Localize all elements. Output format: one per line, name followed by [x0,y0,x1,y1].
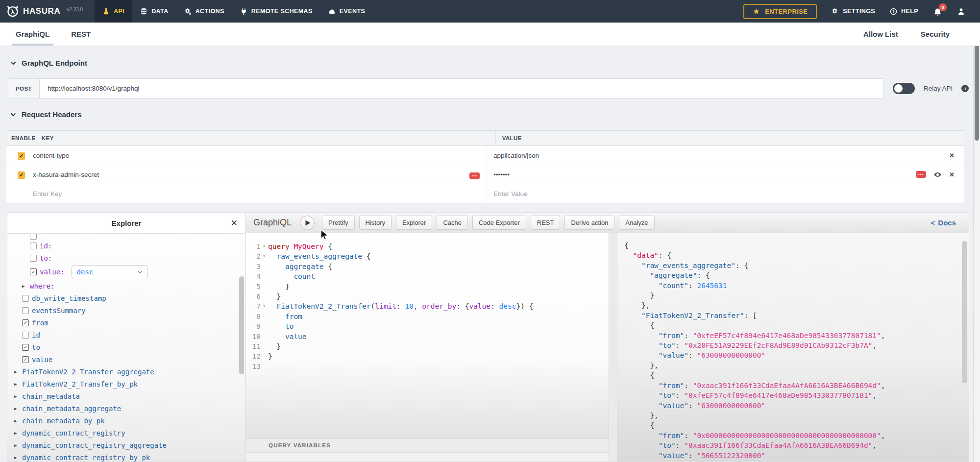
header-value-input[interactable]: application/json [493,152,539,159]
remove-header-icon[interactable]: ✕ [949,152,955,159]
endpoint-url-input[interactable]: http://localhost:8080/v1/graphql [40,79,883,98]
rest-button[interactable]: REST [531,216,561,230]
derive-action-button[interactable]: Derive action [564,216,614,230]
secret-pill-icon[interactable]: ••• [916,171,926,178]
query-variables-header[interactable]: QUERY VARIABLES [246,438,609,452]
secret-pill-icon[interactable]: ••• [469,172,480,179]
field-checkbox[interactable]: ✓ [22,319,29,326]
explorer-field-to[interactable]: ✓to [7,341,245,353]
explorer-button[interactable]: Explorer [396,216,432,230]
panel-resize-handle[interactable] [609,233,617,462]
header-value-input[interactable]: ••••••• [493,171,510,178]
help-button[interactable]: ? HELP [890,8,918,15]
explorer-field-FiatTokenV2_2_Transfer_by_pk[interactable]: ▶FiatTokenV2_2_Transfer_by_pk [7,378,245,390]
expand-arrow-icon[interactable]: ▶ [14,382,19,387]
explorer-field-id[interactable]: id: [7,240,245,252]
close-icon[interactable]: ✕ [231,218,238,228]
info-icon[interactable]: i [961,85,969,92]
expand-arrow-icon[interactable]: ▶ [14,455,19,460]
response-scrollbar[interactable] [962,241,967,383]
explorer-field-FiatTokenV2_2_Transfer_aggregate[interactable]: ▶FiatTokenV2_2_Transfer_aggregate [7,365,245,378]
expand-arrow-icon[interactable]: ▶ [14,418,19,423]
expand-arrow-icon[interactable]: ▶ [14,369,19,374]
nav-item-actions[interactable]: ACTIONS [176,0,232,23]
notifications-button[interactable]: 8 [933,7,942,16]
expand-arrow-icon[interactable]: ▶ [14,431,19,436]
expand-arrow-icon[interactable]: ▶ [14,406,19,411]
explorer-field-dynamic_contract_registry_by_pk[interactable]: ▶dynamic_contract_registry_by_pk [7,451,245,462]
field-checkbox[interactable] [22,307,29,314]
relay-api-toggle[interactable] [893,83,915,94]
user-menu-button[interactable] [957,7,965,16]
nav-item-remote-schemas[interactable]: REMOTE SCHEMAS [232,0,320,23]
query-line: 5 } [246,282,609,292]
prettify-button[interactable]: Prettify [322,216,354,230]
expand-arrow-icon[interactable]: ▶ [14,443,19,448]
header-key-input[interactable]: x-hasura-admin-secret [33,171,99,178]
history-button[interactable]: History [359,216,392,230]
explorer-field-where[interactable]: ▶where: [7,280,245,292]
explorer-field-value[interactable]: ✓value:desc [7,264,245,280]
field-checkbox[interactable] [30,243,37,249]
explorer-field-dynamic_contract_registry[interactable]: ▶dynamic_contract_registry [7,427,245,439]
fold-arrow-icon[interactable]: ▾ [261,301,268,311]
query-editor[interactable]: 1▾query MyQuery {2▾ raw_events_aggregate… [246,233,609,462]
field-checkbox[interactable]: ✓ [22,356,29,363]
explorer-field-db_write_timestamp[interactable]: db_write_timestamp [7,292,245,304]
nav-item-events[interactable]: EVENTS [320,0,373,23]
execute-query-button[interactable] [300,216,315,230]
reveal-value-eye-icon[interactable] [933,170,942,179]
explorer-panel: Explorer ✕ id:to:✓value:desc▶where:db_wr… [7,213,246,462]
header-key-input[interactable]: content-type [33,152,69,159]
fold-arrow-icon[interactable]: ▾ [261,242,268,251]
explorer-field-from[interactable]: ✓from [7,316,245,329]
new-header-value-input[interactable]: Enter Value [493,190,528,197]
expand-arrow-icon[interactable]: ▶ [22,284,27,289]
page-scrollbar[interactable] [973,23,980,462]
field-checkbox[interactable] [22,295,29,302]
explorer-field-chain_metadata[interactable]: ▶chain_metadata [7,390,245,402]
flask-icon [102,8,110,15]
field-checkbox[interactable] [22,332,29,339]
header-row-new: Enter KeyEnter Value [6,184,964,203]
enable-header-checkbox[interactable]: ✓ [18,152,25,160]
code-exporter-button[interactable]: Code Exporter [472,216,526,230]
link-allow-list[interactable]: Allow List [863,30,898,38]
explorer-field-to[interactable]: to: [7,252,245,264]
hasura-logo[interactable]: HASURA v2.23.0 [0,5,83,18]
explorer-field-value[interactable]: ✓value [7,353,245,365]
notification-badge: 8 [939,3,947,11]
field-checkbox[interactable] [30,255,37,262]
enable-header-checkbox[interactable]: ✓ [18,171,25,179]
remove-header-icon[interactable]: ✕ [949,171,955,178]
explorer-field-eventsSummary[interactable]: eventsSummary [7,304,245,316]
field-checkbox[interactable]: ✓ [30,268,37,275]
nav-item-data[interactable]: DATA [132,0,176,23]
explorer-field-chain_metadata_aggregate[interactable]: ▶chain_metadata_aggregate [7,402,245,414]
query-variables-area[interactable] [246,453,609,462]
field-checkbox[interactable]: ✓ [22,344,29,351]
new-header-key-input[interactable]: Enter Key [33,190,62,197]
fold-arrow-icon[interactable]: ▾ [261,251,268,261]
analyze-button[interactable]: Analyze [619,216,654,230]
explorer-field-partial[interactable] [7,234,245,240]
explorer-field-chain_metadata_by_pk[interactable]: ▶chain_metadata_by_pk [7,414,245,427]
cache-button[interactable]: Cache [437,216,468,230]
question-circle-icon: ? [890,8,897,15]
order-by-value-select[interactable]: desc [72,265,148,279]
graphql-endpoint-section-toggle[interactable]: GraphQL Endpoint [10,59,87,67]
link-security[interactable]: Security [921,30,950,38]
explorer-scrollbar[interactable] [239,276,244,374]
docs-button[interactable]: < Docs [918,213,969,233]
tab-graphiql[interactable]: GraphiQL [16,23,49,46]
query-line: 9 to [246,321,609,331]
nav-item-api[interactable]: API [95,0,132,23]
expand-arrow-icon[interactable]: ▶ [14,394,19,399]
explorer-field-id[interactable]: id [7,329,245,341]
settings-button[interactable]: SETTINGS [832,8,875,15]
field-checkbox[interactable] [30,234,37,240]
enterprise-button[interactable]: ENTERPRISE [743,4,817,19]
request-headers-section-toggle[interactable]: Request Headers [10,110,82,119]
tab-rest[interactable]: REST [71,23,91,46]
explorer-field-dynamic_contract_registry_aggregate[interactable]: ▶dynamic_contract_registry_aggregate [7,439,245,451]
